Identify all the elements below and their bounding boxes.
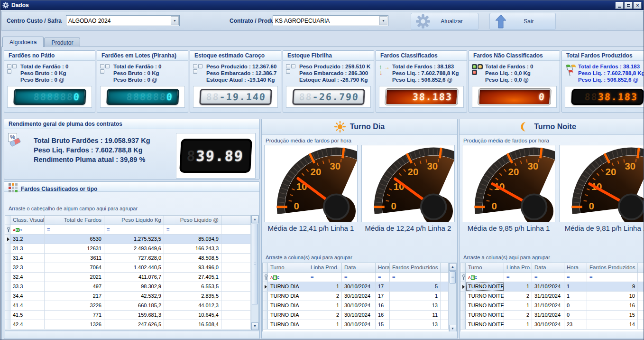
cell[interactable]: 5: [390, 282, 441, 291]
cell[interactable]: TURNO DIA: [268, 301, 308, 310]
scroll-thumb[interactable]: [450, 271, 456, 283]
cell[interactable]: 0: [564, 301, 587, 310]
cell[interactable]: 0: [564, 311, 587, 320]
cell[interactable]: 16: [376, 311, 390, 320]
table-row[interactable]: 41.5771159.681,310.645,4: [5, 311, 251, 320]
equals-filter-icon[interactable]: =: [166, 227, 169, 232]
tab-algodoeira[interactable]: Algodoeira: [2, 37, 44, 47]
cell[interactable]: 1: [308, 282, 342, 291]
cell[interactable]: 660.185,2: [104, 301, 164, 310]
cell[interactable]: 31/10/2024: [532, 301, 564, 310]
column-header[interactable]: Turno: [268, 263, 308, 272]
cell[interactable]: TURNO NOITE: [466, 301, 504, 310]
cell[interactable]: 32.3: [10, 263, 45, 272]
scroll-up-icon[interactable]: ▲: [251, 216, 258, 223]
equals-filter-icon[interactable]: =: [567, 274, 570, 280]
equals-filter-icon[interactable]: =: [506, 274, 509, 280]
cell[interactable]: 30/10/2024: [342, 320, 376, 329]
cell[interactable]: 10: [587, 292, 638, 301]
atualizar-button[interactable]: Atualizar: [411, 13, 478, 30]
cell[interactable]: 247.626,5: [104, 320, 164, 329]
table-row[interactable]: TURNO NOITE131/10/2024016: [460, 301, 644, 311]
vertical-scrollbar[interactable]: ▲▼: [449, 263, 456, 332]
column-header[interactable]: Linha Prod.: [308, 263, 342, 272]
column-header[interactable]: Fardos Produzidos: [390, 263, 441, 272]
table-row[interactable]: TURNO NOITE231/10/2024110: [460, 292, 644, 301]
cell[interactable]: 2.493.649,6: [104, 244, 164, 253]
cell[interactable]: 48.508,5: [164, 254, 221, 263]
cell[interactable]: 2.835,5: [164, 292, 221, 301]
column-header[interactable]: Hora: [564, 263, 587, 272]
column-header[interactable]: Linha Pro...: [504, 263, 532, 272]
cell[interactable]: 2: [504, 292, 532, 301]
cell[interactable]: TURNO DIA: [268, 282, 308, 291]
equals-filter-icon[interactable]: =: [534, 274, 537, 280]
cell[interactable]: 1: [504, 320, 532, 329]
table-row[interactable]: TURNO DIA130/10/20241613: [263, 301, 449, 311]
equals-filter-icon[interactable]: =: [107, 227, 110, 232]
cell[interactable]: 1.402.440,5: [104, 263, 164, 272]
filter-pin-icon[interactable]: [7, 227, 10, 230]
cell[interactable]: 30/10/2024: [532, 320, 564, 329]
cell[interactable]: 17: [376, 292, 390, 301]
equals-filter-icon[interactable]: =: [378, 274, 381, 280]
table-row[interactable]: 33.349798.302,96.553,5: [5, 282, 251, 292]
sair-button[interactable]: Sair: [489, 13, 556, 30]
cell[interactable]: TURNO DIA: [268, 311, 308, 320]
abc-filter-icon[interactable]: ABC: [468, 275, 477, 280]
cell[interactable]: 497: [45, 282, 104, 291]
cell[interactable]: 32.4: [10, 273, 45, 282]
cell[interactable]: 159.681,3: [104, 311, 164, 320]
cell[interactable]: 17: [376, 282, 390, 291]
table-row[interactable]: TURNO NOITE231/10/2024015: [460, 311, 644, 320]
window-restore-button[interactable]: [625, 2, 633, 9]
cell[interactable]: 34.4: [10, 292, 45, 301]
vertical-scrollbar[interactable]: ▲▼: [251, 216, 258, 330]
cell[interactable]: 31.4: [10, 254, 45, 263]
cell[interactable]: 1: [504, 301, 532, 310]
cell[interactable]: 1: [564, 282, 587, 291]
cell[interactable]: 15: [587, 311, 638, 320]
cell[interactable]: 6530: [45, 235, 104, 244]
cell[interactable]: 166.243,3: [164, 244, 221, 253]
table-row[interactable]: 32.42021411.076,727.405,1: [5, 273, 251, 282]
cell[interactable]: 44.012,3: [164, 301, 221, 310]
cell[interactable]: 13: [390, 301, 441, 310]
cell[interactable]: 30/10/2024: [342, 311, 376, 320]
cell[interactable]: 1.275.523,5: [104, 235, 164, 244]
filter-pin-icon[interactable]: [265, 274, 267, 277]
cell[interactable]: 12631: [45, 244, 104, 253]
abc-filter-icon[interactable]: ABC: [270, 275, 279, 280]
cell[interactable]: 1: [308, 301, 342, 310]
scroll-thumb[interactable]: [252, 224, 258, 304]
cell[interactable]: 2021: [45, 273, 104, 282]
table-row[interactable]: 41.43226660.185,244.012,3: [5, 301, 251, 311]
cell[interactable]: 41.5: [10, 311, 45, 320]
cell[interactable]: 13: [390, 320, 441, 329]
scroll-down-icon[interactable]: ▼: [251, 322, 258, 330]
equals-filter-icon[interactable]: =: [589, 274, 592, 280]
cell[interactable]: 85.034,9: [164, 235, 221, 244]
column-header[interactable]: Total de Fardos: [45, 216, 104, 225]
cell[interactable]: TURNO NOITE: [466, 292, 504, 301]
cell[interactable]: 23: [564, 320, 587, 329]
equals-filter-icon[interactable]: =: [344, 274, 347, 280]
table-row[interactable]: 42.41326247.626,516.508,4: [5, 320, 251, 330]
table-row[interactable]: 31.265301.275.523,585.034,9: [5, 235, 251, 244]
cell[interactable]: 1: [308, 320, 342, 329]
cell[interactable]: 30/10/2024: [342, 282, 376, 291]
cell[interactable]: 31.3: [10, 244, 45, 253]
cell[interactable]: TURNO DIA: [268, 320, 308, 329]
cell[interactable]: 30/10/2024: [342, 292, 376, 301]
cell[interactable]: TURNO NOITE: [466, 282, 504, 291]
cell[interactable]: 33.3: [10, 282, 45, 291]
cell[interactable]: 6.553,5: [164, 282, 221, 291]
cell[interactable]: 727.628,0: [104, 254, 164, 263]
scroll-up-icon[interactable]: ▲: [449, 263, 456, 271]
table-row[interactable]: TURNO NOITE130/10/20242314: [460, 320, 644, 330]
cell[interactable]: 16.508,4: [164, 320, 221, 329]
equals-filter-icon[interactable]: =: [392, 274, 395, 280]
column-header[interactable]: Data: [342, 263, 376, 272]
equals-filter-icon[interactable]: =: [47, 227, 50, 232]
tab-produtor[interactable]: Produtor: [44, 38, 80, 47]
